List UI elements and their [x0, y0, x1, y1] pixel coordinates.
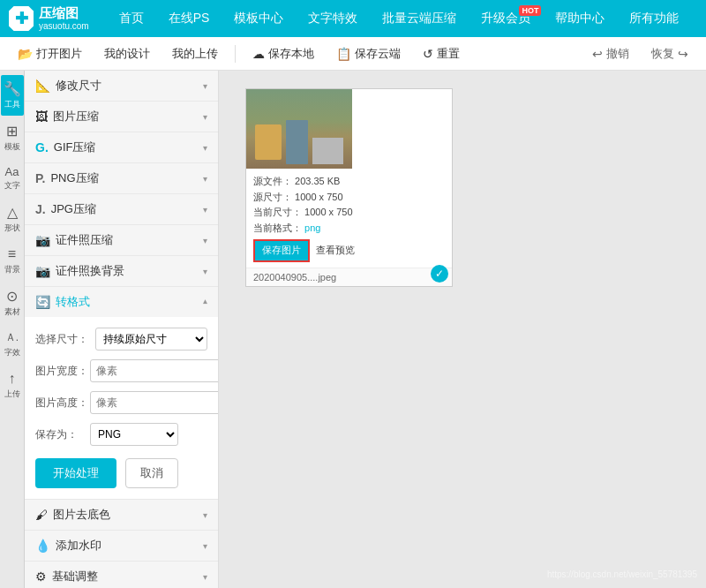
sidebar-header-idbg[interactable]: 📷 证件照换背景 ▾: [25, 256, 218, 286]
left-icon-text-effect[interactable]: Ａ. 字效: [1, 325, 24, 364]
nav-ps[interactable]: 在线PS: [156, 0, 222, 37]
undo-icon: ↩: [592, 47, 603, 61]
size-select[interactable]: 持续原始尺寸: [95, 328, 207, 351]
chevron-down-icon: ▾: [203, 174, 207, 184]
remove-bg-icon: 🖌: [35, 508, 48, 522]
sidebar-section-resize: 📐 修改尺寸 ▾: [25, 71, 218, 102]
saveas-select[interactable]: PNG: [90, 423, 178, 446]
sidebar: 📐 修改尺寸 ▾ 🖼 图片压缩 ▾ G. GIF压缩: [25, 71, 219, 588]
left-icon-material[interactable]: ⊙ 素材: [1, 283, 24, 323]
chevron-down-icon: ▾: [203, 143, 207, 153]
sidebar-section-compress: 🖼 图片压缩 ▾: [25, 102, 218, 132]
sidebar-header-convert[interactable]: 🔄 转格式 ▾: [25, 287, 218, 317]
size-row: 选择尺寸： 持续原始尺寸: [35, 328, 207, 351]
saveas-row: 保存为： PNG: [35, 423, 207, 446]
card-actions: 保存图片 查看预览: [253, 239, 355, 262]
left-icon-template[interactable]: ⊞ 模板: [1, 117, 24, 158]
open-image-button[interactable]: 📂 打开图片: [9, 42, 91, 65]
preview-link[interactable]: 查看预览: [316, 245, 355, 255]
checkmark-badge: ✓: [431, 265, 448, 283]
start-process-button[interactable]: 开始处理: [35, 458, 116, 488]
nav-help[interactable]: 帮助中心: [543, 0, 617, 37]
nav-batch[interactable]: 批量云端压缩: [370, 0, 469, 37]
image-thumbnail: [246, 89, 352, 169]
my-design-button[interactable]: 我的设计: [95, 42, 159, 65]
left-icon-text[interactable]: Aa 文字: [1, 160, 24, 197]
save-cloud-button[interactable]: 📋 保存云端: [327, 42, 409, 65]
sidebar-header-watermark[interactable]: 💧 添加水印 ▾: [25, 531, 218, 561]
my-upload-button[interactable]: 我的上传: [163, 42, 227, 65]
format-link[interactable]: png: [304, 222, 320, 233]
desk-scene: [246, 89, 352, 169]
nav-upgrade[interactable]: 升级会员 HOT: [469, 0, 543, 37]
text-icon: Aa: [5, 165, 19, 178]
bg-icon: ≡: [8, 246, 16, 262]
upload-icon: ↑: [9, 371, 16, 387]
sidebar-header-png[interactable]: P. PNG压缩 ▾: [25, 163, 218, 193]
jpg-icon: J.: [35, 202, 46, 216]
image-card-body: 源文件： 203.35 KB 源尺寸： 1000 x 750 当前尺寸： 100…: [246, 89, 452, 268]
reset-icon: ↺: [423, 47, 433, 61]
source-dim-row: 源尺寸： 1000 x 750: [253, 190, 355, 206]
save-local-button[interactable]: ☁ 保存本地: [244, 42, 323, 65]
sidebar-section-idbg: 📷 证件照换背景 ▾: [25, 256, 218, 287]
nav-menu: 首页 在线PS 模板中心 文字特效 批量云端压缩 升级会员 HOT 帮助中心 所…: [107, 0, 692, 37]
height-input[interactable]: [90, 391, 219, 414]
sidebar-section-idphoto: 📷 证件照压缩 ▾: [25, 225, 218, 256]
chevron-down-icon: ▾: [203, 541, 207, 551]
template-icon: ⊞: [6, 123, 18, 139]
logo-icon: ✚: [9, 6, 34, 31]
current-dim-row: 当前尺寸： 1000 x 750: [253, 205, 355, 221]
chevron-down-icon: ▾: [203, 572, 207, 582]
left-icon-shape[interactable]: △ 形状: [1, 199, 24, 239]
convert-icon: 🔄: [35, 295, 50, 309]
sidebar-header-compress[interactable]: 🖼 图片压缩 ▾: [25, 102, 218, 132]
sidebar-header-idphoto[interactable]: 📷 证件照压缩 ▾: [25, 225, 218, 255]
chevron-down-icon: ▾: [203, 236, 207, 245]
gif-icon: G.: [35, 140, 49, 155]
sidebar-section-convert: 🔄 转格式 ▾ 选择尺寸： 持续原始尺寸 图片宽度： 图片高度：: [25, 287, 218, 500]
nav-text-effect[interactable]: 文字特效: [296, 0, 370, 37]
undo-button[interactable]: ↩ 撤销: [583, 42, 638, 65]
png-icon: P.: [35, 171, 45, 185]
left-icon-bg[interactable]: ≡ 背景: [1, 241, 24, 281]
chevron-up-icon: ▾: [203, 298, 207, 307]
image-card: 源文件： 203.35 KB 源尺寸： 1000 x 750 当前尺寸： 100…: [245, 88, 453, 287]
save-cloud-icon: 📋: [336, 47, 351, 61]
chevron-down-icon: ▾: [203, 112, 207, 122]
redo-button[interactable]: 恢复 ↪: [642, 42, 697, 65]
sidebar-section-watermark: 💧 添加水印 ▾: [25, 531, 218, 562]
idbg-icon: 📷: [35, 264, 50, 278]
content-area: 源文件： 203.35 KB 源尺寸： 1000 x 750 当前尺寸： 100…: [219, 71, 706, 588]
width-label: 图片宽度：: [35, 364, 83, 379]
sidebar-header-jpg[interactable]: J. JPG压缩 ▾: [25, 194, 218, 224]
width-input[interactable]: [90, 359, 219, 382]
sidebar-section-gif: G. GIF压缩 ▾: [25, 132, 218, 163]
sidebar-header-remove-bg[interactable]: 🖌 图片去底色 ▾: [25, 500, 218, 530]
toolbar: 📂 打开图片 我的设计 我的上传 ☁ 保存本地 📋 保存云端 ↺ 重置 ↩ 撤销…: [0, 37, 706, 71]
nav-template[interactable]: 模板中心: [222, 0, 296, 37]
nav-all[interactable]: 所有功能: [617, 0, 691, 37]
save-image-button[interactable]: 保存图片: [253, 239, 310, 262]
convert-panel: 选择尺寸： 持续原始尺寸 图片宽度： 图片高度： 保存为： PNG: [25, 317, 218, 499]
chevron-down-icon: ▾: [203, 205, 207, 215]
sidebar-header-resize[interactable]: 📐 修改尺寸 ▾: [25, 71, 218, 101]
desk-decoration-3: [312, 138, 343, 164]
left-icon-tools[interactable]: 🔧 工具: [1, 75, 24, 116]
sidebar-header-basic[interactable]: ⚙ 基础调整 ▾: [25, 562, 218, 588]
chevron-down-icon: ▾: [203, 81, 207, 91]
top-navigation: ✚ 压缩图 yasuotu.com 首页 在线PS 模板中心 文字特效 批量云端…: [0, 0, 706, 37]
cancel-button[interactable]: 取消: [125, 458, 178, 488]
reset-button[interactable]: ↺ 重置: [414, 42, 469, 65]
left-icon-upload[interactable]: ↑ 上传: [1, 366, 24, 405]
height-label: 图片高度：: [35, 396, 83, 411]
chevron-down-icon: ▾: [203, 510, 207, 520]
text-effect-icon: Ａ.: [5, 330, 19, 345]
desk-decoration-1: [255, 124, 282, 160]
saveas-label: 保存为：: [35, 427, 83, 442]
sidebar-header-gif[interactable]: G. GIF压缩 ▾: [25, 132, 218, 162]
logo[interactable]: ✚ 压缩图 yasuotu.com: [9, 5, 89, 32]
desk-decoration-2: [286, 120, 308, 164]
nav-home[interactable]: 首页: [107, 0, 156, 37]
basic-icon: ⚙: [35, 569, 47, 584]
